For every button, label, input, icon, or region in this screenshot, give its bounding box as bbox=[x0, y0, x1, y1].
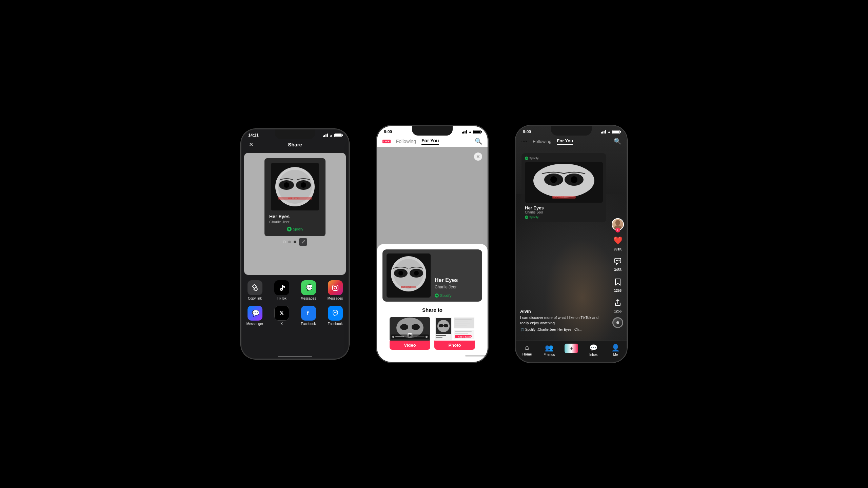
nav-foryou-2[interactable]: For You bbox=[421, 138, 439, 145]
nav-home[interactable]: ⌂ Home bbox=[516, 344, 538, 357]
video-btn[interactable]: Video bbox=[390, 341, 430, 350]
user-avatar[interactable]: + bbox=[612, 218, 624, 230]
modal-artist: Charlie Jeer bbox=[435, 285, 458, 289]
phone-1: 14:11 ▲ ✕ Share bbox=[241, 129, 349, 359]
music-disc[interactable] bbox=[612, 317, 623, 328]
svg-rect-45 bbox=[455, 323, 470, 324]
status-bar-1: 14:11 ▲ bbox=[241, 129, 349, 139]
svg-point-65 bbox=[617, 260, 618, 261]
modal-close-btn[interactable]: ✕ bbox=[474, 152, 482, 161]
share-action[interactable]: 1256 bbox=[612, 297, 624, 313]
share-modal: ✕ bbox=[377, 244, 488, 362]
nav-inbox[interactable]: 💬 Inbox bbox=[583, 344, 605, 357]
svg-text:f: f bbox=[307, 310, 309, 316]
tag-song: Her Eyes - Ch... bbox=[557, 328, 581, 331]
sp-label: Spotify bbox=[525, 157, 603, 160]
share-messenger[interactable]: 💬 Messenger bbox=[245, 306, 265, 326]
svg-point-24 bbox=[414, 271, 419, 276]
bottom-nav: ⌂ Home 👥 Friends + 💬 Inbox 👤 Me bbox=[516, 341, 627, 362]
search-icon-2[interactable]: 🔍 bbox=[475, 138, 482, 145]
eyes-artwork-svg: HER EYES bbox=[271, 163, 319, 210]
messages-label: Messages bbox=[301, 297, 316, 300]
like-action[interactable]: ❤️ 991K bbox=[612, 235, 624, 251]
share-facebook[interactable]: f Facebook bbox=[298, 306, 319, 326]
fb-msg-icon bbox=[328, 306, 343, 321]
nav-following-3[interactable]: Following bbox=[533, 139, 551, 144]
tiktok-nav-3: LIVE Following For You 🔍 bbox=[516, 136, 627, 147]
close-button[interactable]: ✕ bbox=[247, 141, 255, 149]
share-instagram[interactable]: Messages bbox=[325, 280, 346, 300]
comment-action[interactable]: 3456 bbox=[612, 255, 624, 272]
feed-caption: I can discover more of what I like on Ti… bbox=[520, 315, 606, 326]
dot-3 bbox=[294, 241, 296, 243]
wifi-icon-3: ▲ bbox=[607, 130, 611, 134]
status-icons-2: ▲ bbox=[462, 130, 481, 134]
search-icon-3[interactable]: 🔍 bbox=[614, 138, 621, 145]
disc-icon bbox=[612, 317, 623, 328]
album-card: HER EYES Her Eyes Charlie Jeer Spotify bbox=[264, 158, 326, 236]
svg-point-39 bbox=[439, 324, 443, 327]
battery-icon-2 bbox=[473, 130, 481, 134]
share-count: 1256 bbox=[614, 309, 622, 313]
nav-foryou-3[interactable]: For You bbox=[557, 138, 573, 145]
signal-icon-2 bbox=[462, 130, 467, 134]
nav-friends[interactable]: 👥 Friends bbox=[538, 344, 560, 357]
instagram-icon bbox=[328, 280, 343, 295]
share-tiktok[interactable]: TikTok bbox=[272, 280, 292, 300]
share-messages[interactable]: 💬 Messages bbox=[298, 280, 319, 300]
svg-point-64 bbox=[616, 260, 617, 261]
x-icon: 𝕏 bbox=[274, 306, 289, 321]
share-header: ✕ Share bbox=[241, 139, 349, 150]
nav-following-2[interactable]: Following bbox=[396, 139, 416, 144]
create-btn[interactable]: + bbox=[565, 344, 578, 353]
svg-point-54 bbox=[533, 164, 594, 198]
feed-tags: 🎵 Spotify :Charlie Jeer Her Eyes - Ch... bbox=[520, 328, 606, 331]
bookmark-icon bbox=[612, 276, 624, 288]
live-badge-3: LIVE bbox=[521, 140, 527, 143]
svg-rect-49 bbox=[455, 333, 468, 334]
comment-icon bbox=[612, 255, 624, 267]
phone-2: 8:00 ▲ LIVE Following For You 🔍 bbox=[376, 125, 488, 363]
nav-profile[interactable]: 👤 Me bbox=[605, 344, 627, 357]
photo-btn[interactable]: Photo bbox=[434, 341, 475, 350]
modal-overlay[interactable]: ✕ bbox=[377, 147, 488, 362]
svg-line-10 bbox=[254, 287, 256, 289]
share-apps-row1: Copy link TikTok 💬 Messages Messages bbox=[241, 278, 349, 303]
share-x[interactable]: 𝕏 X bbox=[272, 306, 292, 326]
phone-3: 8:00 ▲ LIVE Following For You 🔍 Spotify bbox=[515, 125, 627, 363]
format-row: Video bbox=[382, 317, 482, 350]
p1-spotify-badge: Spotify bbox=[287, 227, 303, 231]
facebook-icon: f bbox=[301, 306, 316, 321]
status-icons-3: ▲ bbox=[601, 130, 620, 134]
facebook-label: Facebook bbox=[301, 322, 316, 326]
tiktok-label: TikTok bbox=[277, 297, 287, 300]
phone2-content: 8:00 ▲ LIVE Following For You 🔍 bbox=[377, 126, 488, 362]
copylink-label: Copy link bbox=[248, 297, 262, 300]
messages-icon: 💬 bbox=[301, 280, 316, 295]
share-fb-msg[interactable]: Facebook bbox=[325, 306, 346, 326]
feed-username: Alvin bbox=[520, 309, 606, 314]
bookmark-action[interactable]: 1256 bbox=[612, 276, 624, 292]
nav-create[interactable]: + bbox=[560, 344, 582, 357]
spotify-logo-1 bbox=[287, 227, 292, 231]
status-bar-2: 8:00 ▲ bbox=[377, 126, 488, 136]
status-bar-3: 8:00 ▲ bbox=[516, 126, 627, 136]
svg-point-22 bbox=[398, 271, 403, 276]
tag-spotify: 🎵 Spotify bbox=[520, 328, 535, 331]
tiktok-icon bbox=[274, 280, 289, 295]
edit-icon[interactable] bbox=[299, 238, 307, 246]
feed-bottom-info: Alvin I can discover more of what I like… bbox=[520, 309, 606, 331]
svg-text:𝕏: 𝕏 bbox=[279, 310, 284, 316]
battery-icon-3 bbox=[612, 130, 620, 134]
heart-icon: ❤️ bbox=[612, 235, 624, 247]
share-copylink[interactable]: Copy link bbox=[245, 280, 265, 300]
live-badge-2: LIVE bbox=[382, 140, 391, 143]
copylink-icon bbox=[248, 280, 262, 295]
friends-label: Friends bbox=[544, 353, 555, 357]
svg-point-14 bbox=[336, 286, 337, 287]
signal-icon-3 bbox=[601, 130, 606, 134]
svg-point-31 bbox=[412, 324, 420, 330]
p1-spotify-label: Spotify bbox=[293, 227, 303, 231]
svg-point-6 bbox=[301, 182, 306, 188]
p1-artist: Charlie Jeer bbox=[269, 220, 321, 224]
